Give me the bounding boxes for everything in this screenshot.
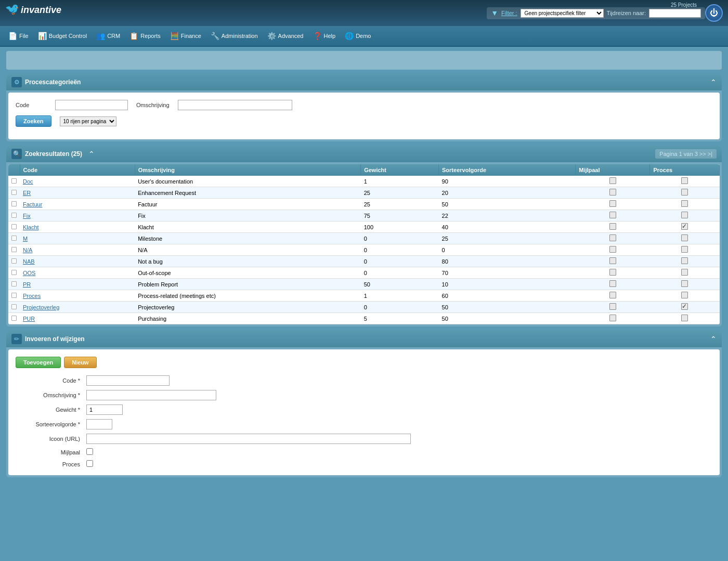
- row-proces[interactable]: [650, 187, 720, 199]
- mijlpaal-checkbox[interactable]: [609, 189, 616, 195]
- row-proces[interactable]: [650, 302, 720, 313]
- row-mijlpaal[interactable]: [576, 210, 650, 221]
- row-code[interactable]: ER: [20, 187, 135, 199]
- rows-per-page-select[interactable]: 10 rijen per pagina 25 rijen per pagina …: [60, 116, 116, 126]
- proces-checkbox[interactable]: [681, 315, 688, 321]
- mijlpaal-checkbox[interactable]: [609, 246, 616, 253]
- proces-checkbox[interactable]: [681, 246, 688, 253]
- row-proces[interactable]: [650, 279, 720, 290]
- table-row[interactable]: Klacht Klacht 100 40: [8, 221, 720, 233]
- results-collapse-button[interactable]: ⌃: [88, 150, 95, 158]
- proces-checkbox[interactable]: [681, 177, 688, 184]
- mijlpaal-checkbox[interactable]: [609, 269, 616, 276]
- sidebar-item-administration[interactable]: 🔧 Administration: [206, 30, 262, 42]
- sidebar-item-budget-control[interactable]: 📊 Budget Control: [34, 30, 91, 42]
- row-selector[interactable]: [11, 281, 17, 286]
- mijlpaal-checkbox[interactable]: [609, 234, 616, 241]
- row-proces[interactable]: [650, 199, 720, 210]
- mijlpaal-checkbox[interactable]: [609, 303, 616, 310]
- proces-checkbox[interactable]: [681, 200, 688, 207]
- row-code[interactable]: PUR: [20, 313, 135, 324]
- row-mijlpaal[interactable]: [576, 302, 650, 313]
- proces-checkbox[interactable]: [681, 212, 688, 218]
- row-mijlpaal[interactable]: [576, 256, 650, 267]
- tijdreizen-input[interactable]: [649, 9, 701, 18]
- row-proces[interactable]: [650, 221, 720, 233]
- nieuw-button[interactable]: Nieuw: [64, 357, 96, 368]
- sidebar-item-file[interactable]: 📄 File: [4, 30, 33, 42]
- row-proces[interactable]: [650, 233, 720, 244]
- row-mijlpaal[interactable]: [576, 187, 650, 199]
- proces-checkbox[interactable]: [681, 189, 688, 195]
- sidebar-item-crm[interactable]: 👥 CRM: [92, 30, 124, 42]
- sidebar-item-advanced[interactable]: ⚙️ Advanced: [263, 30, 308, 42]
- filter-select[interactable]: Geen projectspecifiek filter: [521, 9, 604, 18]
- row-proces[interactable]: [650, 313, 720, 324]
- table-row[interactable]: PR Problem Report 50 10: [8, 279, 720, 290]
- proces-checkbox[interactable]: [681, 280, 688, 287]
- table-row[interactable]: PUR Purchasing 5 50: [8, 313, 720, 324]
- row-code[interactable]: Projectoverleg: [20, 302, 135, 313]
- row-mijlpaal[interactable]: [576, 221, 650, 233]
- row-code[interactable]: Doc: [20, 176, 135, 187]
- row-selector[interactable]: [11, 258, 17, 264]
- table-row[interactable]: Factuur Factuur 25 50: [8, 199, 720, 210]
- search-collapse-button[interactable]: ⌃: [710, 78, 717, 86]
- row-code[interactable]: NAB: [20, 256, 135, 267]
- row-mijlpaal[interactable]: [576, 176, 650, 187]
- proces-checkbox[interactable]: [681, 269, 688, 276]
- row-code[interactable]: Fix: [20, 210, 135, 221]
- row-selector[interactable]: [11, 201, 17, 206]
- table-row[interactable]: M Milestone 0 25: [8, 233, 720, 244]
- row-selector[interactable]: [11, 270, 17, 275]
- table-row[interactable]: Proces Process-related (meetings etc) 1 …: [8, 290, 720, 302]
- row-code[interactable]: OOS: [20, 267, 135, 279]
- table-row[interactable]: Projectoverleg Projectoverleg 0 50: [8, 302, 720, 313]
- row-proces[interactable]: [650, 176, 720, 187]
- mijlpaal-checkbox[interactable]: [609, 257, 616, 264]
- mijlpaal-checkbox[interactable]: [609, 315, 616, 321]
- row-code[interactable]: PR: [20, 279, 135, 290]
- results-panel-header[interactable]: 🔍 Zoekresultaten (25) ⌃ Pagina 1 van 3 >…: [6, 146, 722, 162]
- row-code[interactable]: M: [20, 233, 135, 244]
- sidebar-item-reports[interactable]: 📋 Reports: [125, 30, 165, 42]
- invoer-sorteervolgorde-input[interactable]: [86, 419, 112, 429]
- mijlpaal-checkbox[interactable]: [609, 177, 616, 184]
- row-proces[interactable]: [650, 210, 720, 221]
- invoer-omschrijving-input[interactable]: [86, 390, 216, 400]
- table-row[interactable]: OOS Out-of-scope 0 70: [8, 267, 720, 279]
- sidebar-item-help[interactable]: ❓ Help: [309, 30, 340, 42]
- row-mijlpaal[interactable]: [576, 233, 650, 244]
- row-mijlpaal[interactable]: [576, 267, 650, 279]
- mijlpaal-checkbox[interactable]: [609, 212, 616, 218]
- proces-checkbox[interactable]: [681, 234, 688, 241]
- row-proces[interactable]: [650, 256, 720, 267]
- mijlpaal-checkbox[interactable]: [609, 200, 616, 207]
- row-mijlpaal[interactable]: [576, 313, 650, 324]
- row-proces[interactable]: [650, 290, 720, 302]
- table-row[interactable]: Doc User's documentation 1 90: [8, 176, 720, 187]
- filter-link[interactable]: Filter :: [501, 10, 517, 16]
- invoer-code-input[interactable]: [86, 375, 170, 386]
- code-input[interactable]: [55, 100, 128, 110]
- mijlpaal-checkbox[interactable]: [609, 280, 616, 287]
- row-selector[interactable]: [11, 304, 17, 309]
- proces-checkbox[interactable]: [681, 257, 688, 264]
- search-panel-header[interactable]: ⚙ Procescategorieën ⌃: [6, 74, 722, 90]
- row-code[interactable]: Factuur: [20, 199, 135, 210]
- mijlpaal-checkbox[interactable]: [609, 292, 616, 298]
- row-mijlpaal[interactable]: [576, 244, 650, 256]
- omschrijving-input[interactable]: [178, 100, 292, 110]
- row-proces[interactable]: [650, 244, 720, 256]
- row-code[interactable]: Proces: [20, 290, 135, 302]
- row-selector[interactable]: [11, 213, 17, 218]
- table-row[interactable]: Fix Fix 75 22: [8, 210, 720, 221]
- row-mijlpaal[interactable]: [576, 199, 650, 210]
- invoer-icoon-input[interactable]: [86, 434, 411, 444]
- table-row[interactable]: ER Enhancement Request 25 20: [8, 187, 720, 199]
- invoer-collapse-button[interactable]: ⌃: [710, 335, 717, 343]
- row-proces[interactable]: [650, 267, 720, 279]
- invoer-panel-header[interactable]: ✏ Invoeren of wijzigen ⌃: [6, 331, 722, 347]
- mijlpaal-checkbox[interactable]: [609, 223, 616, 230]
- row-mijlpaal[interactable]: [576, 290, 650, 302]
